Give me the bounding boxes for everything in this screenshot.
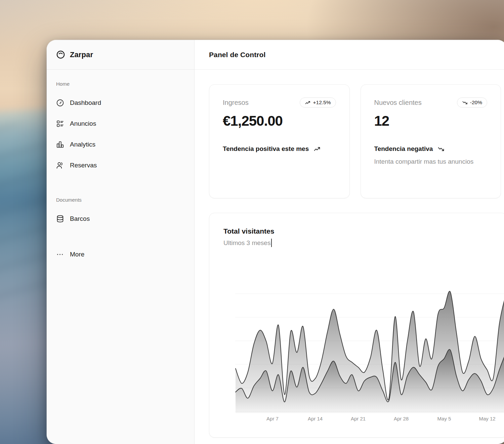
brand-name: Zarpar (70, 50, 93, 59)
stat-label: Nuevos clientes (374, 99, 422, 107)
circle-logo-icon (56, 50, 65, 59)
x-axis-tick: Apr 28 (388, 416, 415, 421)
chart-title: Total visitantes (223, 227, 274, 235)
x-axis-tick: May 5 (431, 416, 458, 421)
nav-section-documents: Documents (56, 197, 185, 203)
footnote-text: Tendencia positiva este mes (223, 145, 309, 154)
sidebar-item-analytics[interactable]: Analytics (56, 137, 185, 152)
sidebar-item-label: Dashboard (70, 99, 101, 107)
sidebar-item-more[interactable]: More (56, 247, 185, 262)
chart-series (236, 291, 504, 413)
x-axis-tick: Apr 7 (259, 416, 286, 421)
sidebar-item-label: Reservas (70, 162, 97, 169)
chart-subtitle-text: Ultimos 3 meses (223, 239, 270, 247)
badge-value: +12.5% (313, 99, 331, 106)
trending-up-icon (305, 100, 310, 106)
text-cursor (271, 239, 272, 247)
chart-header: Total visitantes Ultimos 3 meses (223, 227, 274, 247)
stat-card-nuevos-clientes: Nuevos clientes -20% 12 Tendencia negati… (361, 84, 501, 198)
sidebar-item-label: Analytics (70, 141, 95, 148)
page-title: Panel de Control (209, 51, 265, 59)
trending-up-icon (313, 146, 321, 153)
nav-section-home: Home (56, 81, 185, 87)
main-header: Panel de Control (195, 40, 504, 70)
sidebar-item-label: More (70, 251, 84, 258)
sidebar-item-barcos[interactable]: Barcos (56, 211, 185, 226)
x-axis-tick: May 12 (474, 416, 501, 421)
sidebar-item-dashboard[interactable]: Dashboard (56, 95, 185, 110)
database-icon (56, 215, 64, 223)
sidebar-item-reservas[interactable]: Reservas (56, 158, 185, 173)
stat-value: €1,250.00 (223, 113, 336, 129)
stat-footnote: Tendencia positiva este mes (223, 145, 336, 154)
x-axis-tick: Apr 14 (302, 416, 329, 421)
trending-down-icon (462, 100, 468, 106)
gauge-icon (56, 99, 64, 107)
sidebar-item-anuncios[interactable]: Anuncios (56, 116, 185, 131)
main-content: Ingresos +12.5% €1,250.00 Tendencia posi… (195, 70, 504, 438)
stat-footnote: Tendencia negativa (374, 145, 488, 154)
stat-cards-row: Ingresos +12.5% €1,250.00 Tendencia posi… (209, 84, 501, 198)
users-icon (56, 161, 64, 169)
sidebar-item-label: Anuncios (70, 120, 96, 127)
chart-subtitle-field[interactable]: Ultimos 3 meses (223, 239, 274, 247)
layout-list-icon (56, 120, 64, 128)
bar-chart-icon (56, 140, 64, 149)
stat-card-ingresos: Ingresos +12.5% €1,250.00 Tendencia posi… (209, 84, 350, 198)
main-area: Panel de Control Ingresos +12.5% (195, 40, 504, 444)
sidebar-nav: Home Dashboard Anuncios (47, 70, 194, 268)
stat-label: Ingresos (223, 99, 249, 107)
sidebar: Zarpar Home Dashboard Anuncios (47, 40, 195, 444)
trend-badge: -20% (457, 97, 487, 108)
stat-subtext: Intenta compartir mas tus anuncios (374, 157, 477, 166)
footnote-text: Tendencia negativa (374, 145, 433, 154)
app-window: Zarpar Home Dashboard Anuncios (47, 40, 504, 444)
ellipsis-icon (56, 250, 64, 258)
sidebar-brand: Zarpar (47, 40, 194, 70)
stat-value: 12 (374, 113, 488, 129)
trend-badge: +12.5% (300, 97, 336, 108)
stat-card-top: Nuevos clientes -20% (374, 97, 488, 108)
sidebar-item-label: Barcos (70, 215, 90, 223)
visitors-chart-card: Total visitantes Ultimos 3 meses (209, 213, 504, 438)
x-axis-tick: Apr 21 (345, 416, 372, 421)
stat-card-top: Ingresos +12.5% (223, 97, 336, 108)
trending-down-icon (437, 146, 445, 153)
badge-value: -20% (470, 99, 482, 106)
